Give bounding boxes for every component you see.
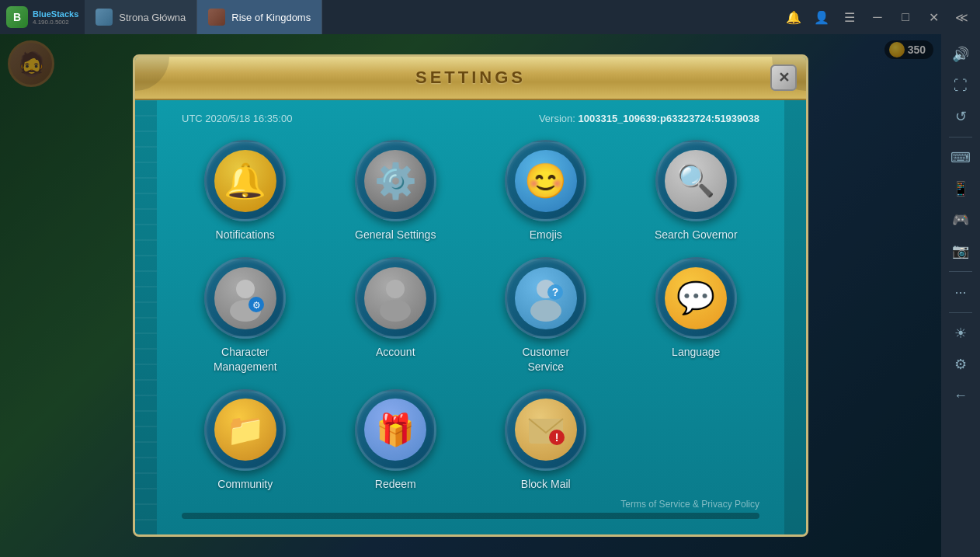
version-label: Version: xyxy=(539,113,575,124)
redeem-icon-circle: 🎁 xyxy=(355,389,436,471)
tab-game-label: Rise of Kingdoms xyxy=(231,12,311,23)
svg-point-5 xyxy=(380,300,411,322)
emoji-icon: 😊 xyxy=(515,150,577,212)
close-btn-main[interactable]: ✕ xyxy=(921,5,946,30)
redeem-label: Redeem xyxy=(375,477,416,491)
svg-point-7 xyxy=(530,300,561,322)
setting-block-mail[interactable]: ! Block Mail xyxy=(474,389,617,491)
close-dialog-btn[interactable]: ✕ xyxy=(770,64,797,91)
tab-game[interactable]: Rise of Kingdoms xyxy=(197,0,322,34)
svg-point-0 xyxy=(236,280,255,298)
rotate-btn[interactable]: ↺ xyxy=(947,103,975,131)
char-mgmt-icon-circle: ⚙ xyxy=(204,257,286,339)
bluestacks-logo: B BlueStacks 4.190.0.5002 xyxy=(0,6,85,28)
language-label: Language xyxy=(672,345,720,359)
community-icon-circle: 📁 xyxy=(204,389,286,471)
brightness-btn[interactable]: ☀ xyxy=(947,319,975,347)
svg-text:?: ? xyxy=(551,286,558,298)
character-management-label: CharacterManagement xyxy=(214,345,277,373)
language-icon-circle: 💬 xyxy=(655,257,737,339)
account-label: Account xyxy=(376,345,415,359)
bell-icon: 🔔 xyxy=(214,150,276,212)
emojis-label: Emojis xyxy=(530,228,562,242)
community-label: Community xyxy=(217,477,273,491)
dialog-title: SETTINGS xyxy=(415,68,526,87)
tab-game-icon xyxy=(208,9,225,26)
community-icon: 📁 xyxy=(214,399,276,461)
setting-customer-service[interactable]: ? CustomerService xyxy=(474,257,617,373)
svg-text:!: ! xyxy=(554,431,558,444)
language-icon: 💬 xyxy=(665,267,727,329)
notifications-icon-circle: 🔔 xyxy=(204,140,286,221)
account-icon xyxy=(364,267,426,329)
grid-spacer xyxy=(625,389,768,491)
menu-btn[interactable]: ☰ xyxy=(837,5,862,30)
minimize-btn[interactable]: ─ xyxy=(865,5,890,30)
back-btn[interactable]: ← xyxy=(947,381,975,409)
block-mail-icon-circle: ! xyxy=(505,389,586,471)
customer-service-label: CustomerService xyxy=(522,345,569,373)
setting-notifications[interactable]: 🔔 Notifications xyxy=(174,140,317,242)
version-value: 1003315_109639:p63323724:51939038 xyxy=(579,113,760,124)
bs-icon: B xyxy=(6,6,28,28)
account-btn[interactable]: 👤 xyxy=(809,5,834,30)
topbar: B BlueStacks 4.190.0.5002 Strona Główna … xyxy=(0,0,980,34)
divider-3 xyxy=(949,312,972,313)
right-sidebar: 🔊 ⛶ ↺ ⌨ 📱 🎮 📷 ··· ☀ ⚙ ← xyxy=(941,34,980,557)
gear-icon: ⚙️ xyxy=(364,150,426,212)
general-icon-circle: ⚙️ xyxy=(355,140,436,221)
gamepad-btn[interactable]: 🎮 xyxy=(947,206,975,234)
close-icon: ✕ xyxy=(778,69,790,86)
search-governor-icon: 🔍 xyxy=(665,150,727,212)
search-governor-label: Search Governor xyxy=(655,228,738,242)
dialog-header: SETTINGS ✕ xyxy=(135,57,806,100)
settings-sidebar-btn[interactable]: ⚙ xyxy=(947,350,975,378)
redeem-icon: 🎁 xyxy=(364,399,426,461)
notifications-label: Notifications xyxy=(216,228,275,242)
general-label: General Settings xyxy=(355,228,436,242)
divider-2 xyxy=(949,271,972,272)
more-btn[interactable]: ··· xyxy=(947,278,975,306)
terms-row: Terms of Service & Privacy Policy xyxy=(158,491,783,510)
modal-overlay: SETTINGS ✕ UTC 2020/5/18 16:35:00 Versio… xyxy=(0,34,941,557)
setting-community[interactable]: 📁 Community xyxy=(174,389,317,491)
customer-service-icon-circle: ? xyxy=(505,257,586,339)
dialog-body: UTC 2020/5/18 16:35:00 Version: 1003315_… xyxy=(135,100,806,534)
topbar-controls: 🔔 👤 ☰ ─ □ ✕ ≪ xyxy=(781,5,980,30)
setting-character-management[interactable]: ⚙ CharacterManagement xyxy=(174,257,317,373)
terms-link[interactable]: Terms of Service & Privacy Policy xyxy=(620,499,759,510)
fullscreen-btn[interactable]: ⛶ xyxy=(947,71,975,99)
bs-name-text: BlueStacks xyxy=(33,9,78,19)
bell-btn[interactable]: 🔔 xyxy=(781,5,806,30)
setting-emojis[interactable]: 😊 Emojis xyxy=(474,140,617,242)
setting-language[interactable]: 💬 Language xyxy=(625,257,768,373)
volume-btn[interactable]: 🔊 xyxy=(947,40,975,68)
keyboard-btn[interactable]: ⌨ xyxy=(947,144,975,172)
block-mail-icon: ! xyxy=(515,399,577,461)
tab-home-label: Strona Główna xyxy=(119,12,186,23)
tab-home[interactable]: Strona Główna xyxy=(85,0,197,34)
utc-time: UTC 2020/5/18 16:35:00 xyxy=(182,113,292,124)
bs-version: 4.190.0.5002 xyxy=(33,19,78,26)
meta-row: UTC 2020/5/18 16:35:00 Version: 1003315_… xyxy=(158,113,783,124)
sidebar-toggle[interactable]: ≪ xyxy=(949,5,974,30)
settings-dialog: SETTINGS ✕ UTC 2020/5/18 16:35:00 Versio… xyxy=(133,54,808,537)
block-mail-label: Block Mail xyxy=(521,477,571,491)
setting-general[interactable]: ⚙️ General Settings xyxy=(325,140,467,242)
setting-account[interactable]: Account xyxy=(325,257,467,373)
emojis-icon-circle: 😊 xyxy=(505,140,586,221)
character-management-icon: ⚙ xyxy=(214,267,276,329)
setting-search-governor[interactable]: 🔍 Search Governor xyxy=(625,140,768,242)
phone-btn[interactable]: 📱 xyxy=(947,175,975,203)
version-info: Version: 1003315_109639:p63323724:519390… xyxy=(539,113,759,124)
settings-grid: 🔔 Notifications ⚙️ General Settings 😊 xyxy=(158,140,783,491)
maximize-btn[interactable]: □ xyxy=(893,5,918,30)
scrollbar[interactable] xyxy=(182,513,759,519)
svg-text:⚙: ⚙ xyxy=(252,300,260,311)
bs-name: BlueStacks 4.190.0.5002 xyxy=(33,9,78,26)
corner-tl xyxy=(135,57,169,91)
account-icon-circle xyxy=(355,257,436,339)
divider-1 xyxy=(949,137,972,138)
setting-redeem[interactable]: 🎁 Redeem xyxy=(325,389,467,491)
camera-btn[interactable]: 📷 xyxy=(947,237,975,265)
